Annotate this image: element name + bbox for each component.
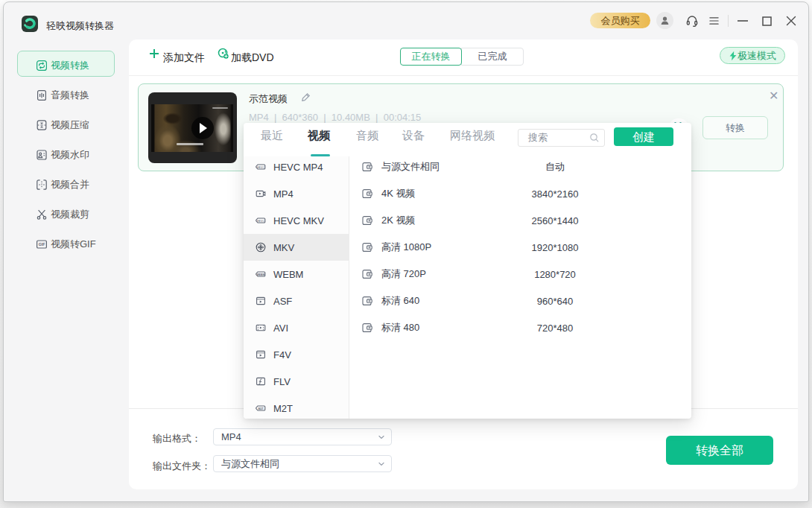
svg-text:GIF: GIF [39, 242, 45, 247]
svg-text:M2T: M2T [258, 407, 264, 410]
svg-text:HEVC: HEVC [257, 166, 264, 169]
svg-text:HEVC: HEVC [257, 220, 264, 223]
svg-text:WEBM: WEBM [257, 273, 265, 276]
